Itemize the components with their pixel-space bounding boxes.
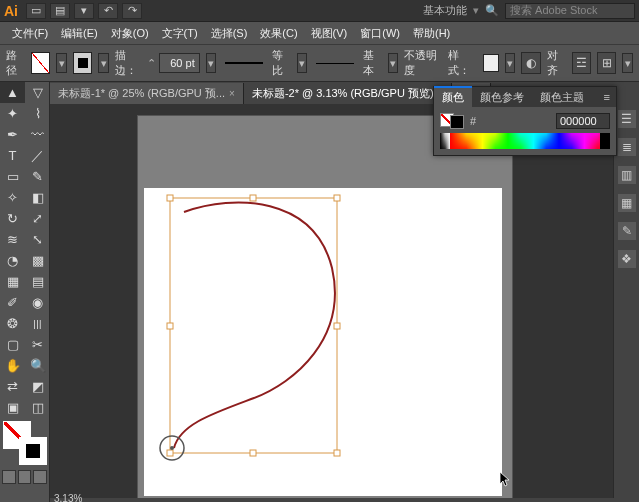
layers-panel-icon[interactable]: ≣ [618, 138, 636, 156]
align-label[interactable]: 对齐 [547, 48, 566, 78]
brush-dropdown[interactable]: ▾ [388, 53, 399, 73]
default-fill-stroke-tool[interactable]: ◩ [25, 376, 50, 397]
transform-panel-icon[interactable]: ⊞ [597, 52, 616, 74]
tab-color[interactable]: 颜色 [434, 86, 472, 107]
stroke-dropdown[interactable]: ▾ [98, 53, 109, 73]
artboard-tool[interactable]: ▢ [0, 334, 25, 355]
recolor-icon[interactable]: ◐ [521, 52, 540, 74]
normal-draw-mode[interactable]: ▣ [0, 397, 25, 418]
stepper-icon[interactable]: ⌃ [147, 57, 156, 70]
draw-behind-mode[interactable]: ◫ [25, 397, 50, 418]
color-spectrum[interactable] [440, 133, 610, 149]
tab-doc-2[interactable]: 未标题-2* @ 3.13% (RGB/GPU 预览) × [244, 83, 453, 104]
toggle-fill-stroke-tool[interactable]: ⇄ [0, 376, 25, 397]
qa-undo-icon[interactable]: ↶ [98, 3, 118, 19]
slice-tool[interactable]: ✂ [25, 334, 50, 355]
color-panel[interactable]: 颜色 颜色参考 颜色主题 ≡ # 000000 [433, 86, 617, 156]
variable-width-profile[interactable] [222, 56, 265, 70]
width-tool[interactable]: ≋ [0, 229, 25, 250]
zoom-level[interactable]: 3.13% [54, 493, 82, 502]
menu-view[interactable]: 视图(V) [305, 23, 354, 44]
libraries-panel-icon[interactable]: ▥ [618, 166, 636, 184]
hand-tool[interactable]: ✋ [0, 355, 25, 376]
menu-type[interactable]: 文字(T) [156, 23, 204, 44]
menu-window[interactable]: 窗口(W) [354, 23, 406, 44]
pen-tool[interactable]: ✒ [0, 124, 25, 145]
hex-input[interactable]: 000000 [556, 113, 610, 129]
selection-handles[interactable] [167, 195, 340, 456]
menu-file[interactable]: 文件(F) [6, 23, 54, 44]
gradient-tool[interactable]: ▤ [25, 271, 50, 292]
close-icon[interactable]: × [229, 88, 235, 99]
screen-mode-switch[interactable] [2, 470, 47, 484]
symbol-sprayer-tool[interactable]: ❂ [0, 313, 25, 334]
menu-help[interactable]: 帮助(H) [407, 23, 456, 44]
chevron-down-icon[interactable]: ▾ [473, 4, 479, 17]
options-overflow[interactable]: ▾ [622, 53, 633, 73]
workspace-switcher[interactable]: 基本功能 [423, 3, 467, 18]
lasso-tool[interactable]: ⌇ [25, 103, 50, 124]
mesh-tool[interactable]: ▦ [0, 271, 25, 292]
properties-panel-icon[interactable]: ☰ [618, 110, 636, 128]
column-graph-tool[interactable]: ⫼ [25, 313, 50, 334]
paintbrush-tool[interactable]: ✎ [25, 166, 50, 187]
stroke-weight-input[interactable]: 60 pt [159, 53, 200, 73]
search-icon[interactable]: 🔍 [485, 4, 499, 17]
gradient-mode-icon[interactable] [18, 470, 32, 484]
style-dropdown[interactable]: ▾ [505, 53, 516, 73]
rectangle-tool[interactable]: ▭ [0, 166, 25, 187]
eyedropper-tool[interactable]: ✐ [0, 292, 25, 313]
menu-select[interactable]: 选择(S) [205, 23, 254, 44]
graphic-style-swatch[interactable] [483, 54, 499, 72]
opacity-label[interactable]: 不透明度 [404, 48, 442, 78]
panel-menu-icon[interactable]: ≡ [598, 88, 616, 106]
color-mode-icon[interactable] [2, 470, 16, 484]
qa-redo-icon[interactable]: ↷ [122, 3, 142, 19]
selection-tool[interactable]: ▲ [0, 82, 25, 103]
panel-fill-stroke-indicator[interactable] [440, 113, 464, 129]
qa-open-icon[interactable]: ▤ [50, 3, 70, 19]
zoom-tool[interactable]: 🔍 [25, 355, 50, 376]
rotate-tool[interactable]: ↻ [0, 208, 25, 229]
align-icon[interactable]: ☲ [572, 52, 591, 74]
canvas-area[interactable] [50, 104, 639, 498]
perspective-grid-tool[interactable]: ▩ [25, 250, 50, 271]
selection-bounding-box[interactable] [170, 198, 337, 453]
fill-dropdown[interactable]: ▾ [56, 53, 67, 73]
stroke-swatch[interactable] [73, 52, 92, 74]
profile-dropdown[interactable]: ▾ [297, 53, 308, 73]
stock-search-input[interactable]: 搜索 Adobe Stock [505, 3, 635, 19]
fill-swatch[interactable] [31, 52, 50, 74]
shape-builder-tool[interactable]: ◔ [0, 250, 25, 271]
brush-definition[interactable] [313, 56, 356, 70]
scale-tool[interactable]: ⤢ [25, 208, 50, 229]
menu-effect[interactable]: 效果(C) [254, 23, 303, 44]
fill-stroke-indicator[interactable] [3, 421, 47, 465]
tab-doc-1[interactable]: 未标题-1* @ 25% (RGB/GPU 预... × [50, 83, 244, 104]
qa-new-icon[interactable]: ▭ [26, 3, 46, 19]
curvature-tool[interactable]: 〰 [25, 124, 50, 145]
stroke-weight-dropdown[interactable]: ▾ [206, 53, 217, 73]
qa-save-icon[interactable]: ▾ [74, 3, 94, 19]
artboard[interactable] [144, 188, 502, 496]
stroke-indicator[interactable] [19, 437, 47, 465]
blend-tool[interactable]: ◉ [25, 292, 50, 313]
tab-color-guide[interactable]: 颜色参考 [472, 88, 532, 107]
menu-object[interactable]: 对象(O) [105, 23, 155, 44]
tab-color-themes[interactable]: 颜色主题 [532, 88, 592, 107]
brushes-panel-icon[interactable]: ✎ [618, 222, 636, 240]
anchor-end-point[interactable] [170, 446, 174, 450]
symbols-panel-icon[interactable]: ❖ [618, 250, 636, 268]
shaper-tool[interactable]: ✧ [0, 187, 25, 208]
magic-wand-tool[interactable]: ✦ [0, 103, 25, 124]
menu-edit[interactable]: 编辑(E) [55, 23, 104, 44]
swatches-panel-icon[interactable]: ▦ [618, 194, 636, 212]
free-transform-tool[interactable]: ⤡ [25, 229, 50, 250]
type-tool[interactable]: T [0, 145, 25, 166]
direct-selection-tool[interactable]: ▽ [25, 82, 50, 103]
none-mode-icon[interactable] [33, 470, 47, 484]
svg-rect-3 [167, 323, 173, 329]
curve-path[interactable] [174, 203, 335, 448]
line-tool[interactable]: ／ [25, 145, 50, 166]
eraser-tool[interactable]: ◧ [25, 187, 50, 208]
